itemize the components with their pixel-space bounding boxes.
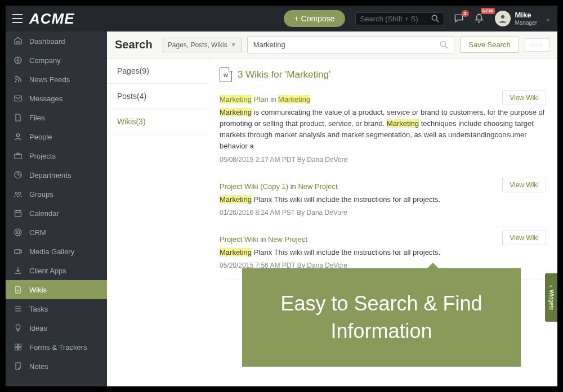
svg-point-11 [15,229,21,236]
sidebar-item-dashboard[interactable]: Dashboard [6,31,107,51]
widgets-tab[interactable]: ‹ Widgets [545,273,557,322]
result-snippet: Marketing Planx This wiki will include t… [220,247,546,258]
sidebar-item-departments[interactable]: Departments [6,165,107,184]
pie-icon [14,170,23,179]
sidebar-item-label: Projects [29,152,56,160]
mail-icon [14,94,23,103]
save-search-button[interactable]: Save Search [460,37,519,53]
page-title: Search [115,38,153,51]
calendar-icon [14,209,23,218]
sidebar-item-label: CRM [29,228,46,237]
bell-icon[interactable]: NEW [473,13,485,24]
hamburger-icon[interactable] [12,14,26,23]
sidebar-item-label: News Feeds [29,75,70,84]
result-meta: 01/26/2016 8:24 AM PST By Dana DeVore [220,209,546,217]
briefcase-icon [14,151,23,160]
filter-pages-[interactable]: Pages(9) [107,58,208,84]
sidebar-item-label: Wikis [29,286,47,294]
sidebar-item-label: Notes [29,362,48,371]
svg-point-9 [19,192,21,195]
user-icon [14,132,23,141]
sidebar-item-label: Messages [29,94,62,103]
bulb-icon [14,323,23,332]
view-wiki-button[interactable]: View Wiki [502,231,546,245]
sidebar-item-label: Company [29,56,61,65]
sidebar-item-client-apps[interactable]: Client Apps [6,261,107,280]
result-link[interactable]: Project Wiki (Copy 1) [220,182,288,191]
sidebar-item-label: Files [29,114,44,122]
result-location-link[interactable]: New Project [268,235,307,244]
search-icon [434,40,454,49]
sidebar-item-projects[interactable]: Projects [6,146,107,165]
search-icon [431,15,439,22]
result-title: Marketing Plan in Marketing [220,95,546,103]
sidebar-item-groups[interactable]: Groups [6,184,107,204]
svg-point-19 [441,41,446,46]
sidebar-item-label: Forms & Trackers [29,343,87,352]
global-search[interactable] [355,12,444,25]
result-title: Project Wiki in New Project [220,235,546,244]
svg-point-1 [501,15,504,19]
grid-icon [14,343,23,352]
top-header: ACME +Compose 3 NEW Mike Manager ⌄ [6,6,557,31]
sidebar-item-company[interactable]: Company [6,51,107,70]
logo: ACME [29,10,75,28]
rss-icon [14,75,23,84]
more-button[interactable]: ○○○ [525,38,549,52]
result-link[interactable]: Marketing Plan [220,95,269,103]
sidebar-item-forms-trackers[interactable]: Forms & Trackers [6,337,107,357]
file-icon [14,113,23,122]
plus-icon: + [294,14,298,23]
sidebar-item-messages[interactable]: Messages [6,89,107,108]
camera-icon [14,247,23,256]
sidebar-item-label: Groups [29,190,53,199]
sidebar: DashboardCompanyNews FeedsMessagesFilesP… [6,31,107,386]
sidebar-item-notes[interactable]: Notes [6,357,107,376]
svg-point-5 [16,134,19,137]
sidebar-item-files[interactable]: Files [6,108,107,127]
sidebar-item-news-feeds[interactable]: News Feeds [6,70,107,89]
sidebar-item-crm[interactable]: CRM [6,223,107,242]
sidebar-item-people[interactable]: People [6,127,107,146]
sidebar-item-calendar[interactable]: Calendar [6,204,107,223]
view-wiki-button[interactable]: View Wiki [502,91,546,105]
sidebar-item-label: Departments [29,171,71,179]
svg-rect-15 [15,344,18,347]
sidebar-item-label: Tasks [29,305,48,313]
sidebar-item-wikis[interactable]: wWikis [6,280,107,299]
compose-button[interactable]: +Compose [284,10,345,27]
result-snippet: Marketing is communicating the value of … [220,107,546,152]
filter-posts-[interactable]: Posts(4) [107,84,208,109]
chevron-down-icon[interactable]: ⌄ [545,15,551,22]
sidebar-item-label: People [29,133,52,141]
note-icon [14,362,23,371]
filter-column: Pages(9)Posts(4)Wikis(3) [107,58,208,386]
sidebar-item-label: Client Apps [29,267,66,275]
svg-rect-17 [15,348,18,350]
main-search-input[interactable] [248,40,435,49]
callout-overlay: Easy to Search & Find Information [242,268,521,367]
scope-select[interactable]: Pages, Posts, Wikis ▼ [163,38,242,52]
sidebar-item-ideas[interactable]: Ideas [6,318,107,337]
svg-rect-13 [15,250,20,254]
result-location-link[interactable]: New Project [298,182,337,191]
result-link[interactable]: Project Wiki [220,235,258,244]
group-icon [14,190,23,199]
user-block[interactable]: Mike Manager [515,11,537,25]
home-icon [14,37,23,46]
chevron-left-icon: ‹ [547,285,555,287]
svg-point-3 [15,81,17,83]
view-wiki-button[interactable]: View Wiki [502,178,546,192]
new-badge: NEW [481,8,495,14]
result-location-link[interactable]: Marketing [278,95,310,103]
chevron-down-icon: ▼ [231,42,236,48]
main-search[interactable] [247,37,455,53]
chat-icon[interactable]: 3 [453,13,464,24]
filter-wikis-[interactable]: Wikis(3) [107,109,208,134]
target-icon [14,228,23,237]
sidebar-item-media-gallery[interactable]: Media Gallery [6,242,107,261]
avatar[interactable] [495,11,511,26]
global-search-input[interactable] [360,15,428,23]
sidebar-item-tasks[interactable]: Tasks [6,299,107,318]
search-result: Marketing Plan in MarketingMarketing is … [220,87,546,174]
